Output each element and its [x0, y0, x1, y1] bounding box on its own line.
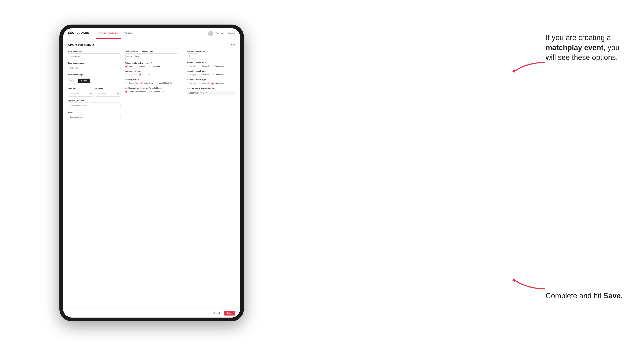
- right-column: Maximum Team Size Round 1 - Match Type S…: [183, 50, 235, 123]
- round2-match-label: Round 2 - Match Type: [187, 70, 235, 72]
- round1-singles[interactable]: Singles: [187, 65, 196, 67]
- scoring-radio-group: Stroke Play Match Play Med: [126, 82, 178, 84]
- round1-match-options: Singles Fourball Foursomes: [187, 65, 235, 67]
- upload-button[interactable]: Upload: [78, 79, 90, 83]
- tablet-screen: SCOREBOARD Powered by clippit TOURNAMENT…: [63, 28, 240, 318]
- tournament-host-input[interactable]: [68, 53, 120, 59]
- radio-medal-circle: [156, 82, 158, 84]
- round1-foursomes[interactable]: Foursomes: [211, 65, 224, 67]
- nav-right: Test User | Sign out: [208, 31, 235, 36]
- main-content: Create Tournament ← Back Tournament Host: [63, 39, 240, 318]
- round1-match-type: Round 1 - Match Type Singles: [187, 62, 235, 67]
- round1-fourball[interactable]: Fourball: [199, 65, 209, 67]
- gender-label: Which gender is the event for?: [126, 62, 178, 64]
- round3-fourball[interactable]: Fourball: [199, 82, 209, 85]
- tournament-host-group: Tournament Host: [68, 50, 120, 59]
- svg-marker-2: [512, 69, 515, 73]
- rounds-label: Number of rounds: [126, 70, 178, 72]
- radio-stroke-circle: [126, 82, 128, 84]
- gender-mens[interactable]: Mens: [126, 65, 133, 67]
- round2-fourball[interactable]: Fourball: [199, 73, 209, 76]
- r1-foursomes-circle: [211, 65, 214, 67]
- max-team-size-group: Maximum Team Size: [187, 50, 235, 59]
- radio-r2-circle: [132, 73, 134, 76]
- scoring-match[interactable]: Match Play: [140, 82, 153, 84]
- end-date-wrap: 📅: [95, 91, 120, 97]
- r1-singles-circle: [187, 65, 190, 67]
- radio-r4-circle: [146, 73, 148, 76]
- sponsor-input[interactable]: [68, 103, 120, 108]
- round-1-label: 1: [129, 74, 130, 76]
- radio-r3-circle: [139, 73, 142, 76]
- round-4-label: 4: [149, 74, 150, 76]
- form-footer: Cancel Save: [63, 309, 240, 318]
- sign-out-link[interactable]: Sign out: [228, 32, 235, 35]
- nav-bar: SCOREBOARD Powered by clippit TOURNAMENT…: [63, 28, 240, 39]
- logo-area: SCOREBOARD Powered by clippit: [68, 31, 89, 36]
- sponsor-label: Sponsor (optional): [68, 99, 120, 102]
- tab-teams[interactable]: TEAMS: [121, 28, 136, 39]
- teams-option[interactable]: Teams (+Individuals): [126, 90, 146, 93]
- r2-fourball-circle: [199, 73, 202, 76]
- r1-singles-label: Singles: [190, 65, 196, 67]
- round3-match-options: Singles Fourball Foursomes: [187, 82, 235, 85]
- round-2[interactable]: 2: [132, 73, 136, 76]
- round-4[interactable]: 4: [146, 73, 150, 76]
- annotation-save: Complete and hit Save.: [546, 291, 632, 301]
- round3-foursomes[interactable]: Foursomes: [211, 82, 224, 85]
- r1-fourball-label: Fourball: [202, 65, 209, 67]
- division-select[interactable]: NCAA Division I: [126, 53, 178, 59]
- tournament-name-group: Tournament name: [68, 62, 120, 71]
- round3-singles[interactable]: Singles: [187, 82, 196, 85]
- save-button[interactable]: Save: [224, 311, 235, 316]
- venue-input[interactable]: [68, 114, 120, 120]
- r2-singles-label: Singles: [190, 74, 196, 76]
- image-icon: [70, 79, 74, 82]
- nav-tabs: TOURNAMENTS TEAMS: [96, 28, 136, 39]
- annotation-matchplay: If you are creating a matchplay event, y…: [546, 33, 632, 63]
- venue-group: Venue ▾: [68, 111, 120, 120]
- calendar-icon: 📅: [90, 93, 92, 95]
- r3-singles-circle: [187, 82, 190, 85]
- gender-womens[interactable]: Womens: [136, 65, 146, 67]
- round-3-label: 3: [142, 74, 143, 76]
- r3-singles-label: Singles: [190, 82, 196, 84]
- radio-teams-circle: [126, 90, 128, 93]
- end-date-label: End date: [95, 88, 120, 90]
- teams-label: Is this event for Teams and/or Individua…: [126, 87, 178, 89]
- tournament-logo-group: Tournament logo: [68, 74, 120, 85]
- api-remove-icon[interactable]: ✕: [205, 92, 207, 94]
- tournament-name-input[interactable]: [68, 65, 120, 71]
- scoring-match-label: Match Play: [144, 82, 153, 84]
- radio-match-circle: [140, 82, 143, 84]
- scoring-medal[interactable]: Medal Match Play: [156, 82, 174, 84]
- logo-text: SCOREBOARD: [68, 31, 89, 34]
- teams-group: Is this event for Teams and/or Individua…: [126, 87, 178, 93]
- gender-combined[interactable]: Combined: [148, 65, 160, 67]
- max-team-size-label: Maximum Team Size: [187, 50, 235, 52]
- scoring-stroke-label: Stroke Play: [129, 82, 138, 84]
- logo-placeholder: [68, 77, 76, 85]
- rounds-radio-group: 1 2 3: [126, 73, 178, 76]
- venue-dropdown-icon: ▾: [118, 116, 119, 118]
- round2-singles[interactable]: Singles: [187, 73, 196, 76]
- back-button[interactable]: ← Back: [228, 44, 235, 46]
- r3-foursomes-label: Foursomes: [214, 82, 224, 84]
- round-1[interactable]: 1: [126, 73, 130, 76]
- individuals-option[interactable]: Individuals Only: [148, 90, 164, 93]
- calendar-icon-end: 📅: [117, 93, 119, 95]
- radio-mens-circle: [126, 65, 128, 67]
- api-value: Leaderboard King: [189, 92, 204, 94]
- rounds-group: Number of rounds 1 2: [126, 70, 178, 76]
- round2-foursomes[interactable]: Foursomes: [211, 73, 224, 76]
- round3-match-type: Round 3 - Match Type Singles: [187, 79, 235, 85]
- round-3[interactable]: 3: [139, 73, 143, 76]
- round3-match-label: Round 3 - Match Type: [187, 79, 235, 81]
- tab-tournaments[interactable]: TOURNAMENTS: [96, 28, 121, 39]
- user-name: Test User |: [216, 32, 226, 35]
- page-header: Create Tournament ← Back: [68, 43, 235, 46]
- max-team-size-input[interactable]: [187, 53, 197, 59]
- cancel-button[interactable]: Cancel: [211, 311, 222, 316]
- scoring-stroke[interactable]: Stroke Play: [126, 82, 138, 84]
- teams-option-label: Teams (+Individuals): [129, 90, 146, 92]
